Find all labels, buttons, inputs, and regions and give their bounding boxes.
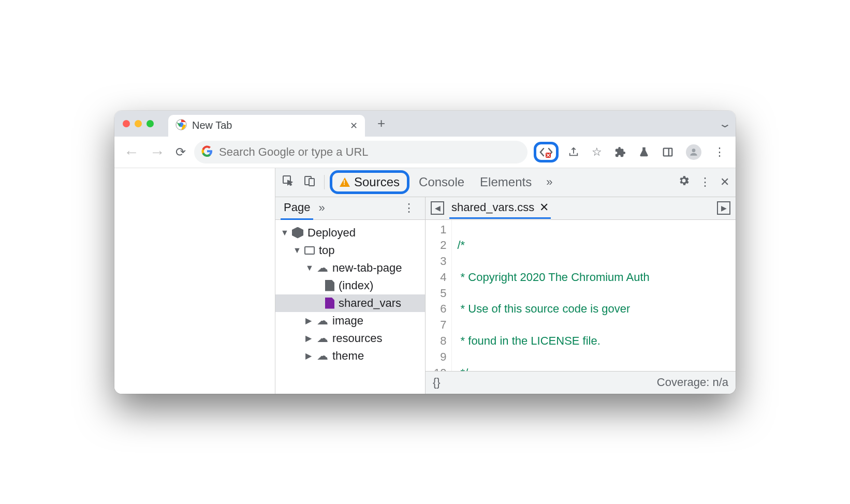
address-input[interactable] [219, 145, 520, 159]
inspect-element-icon[interactable] [279, 172, 297, 192]
tab-title: New Tab [192, 120, 232, 131]
browser-tab[interactable]: New Tab ✕ [168, 115, 365, 137]
close-file-icon[interactable]: ✕ [539, 201, 549, 214]
tree-item-index[interactable]: (index) [275, 277, 425, 294]
address-bar[interactable] [194, 141, 527, 164]
cloud-icon: ☁ [317, 314, 328, 328]
page-viewport [114, 168, 275, 394]
sources-tab-label: Sources [354, 175, 400, 189]
editor-tabs: ◀ shared_vars.css ✕ ▶ [426, 197, 736, 220]
tab-search-button[interactable]: ⌄ [718, 117, 732, 130]
new-tab-button[interactable]: + [377, 115, 385, 131]
elements-tab[interactable]: Elements [474, 171, 538, 194]
pretty-print-icon[interactable]: {} [433, 376, 441, 389]
editor-file-name: shared_vars.css [451, 201, 534, 214]
devtools-body: Page » ⋮ ▼Deployed ▼top ▼☁new-tab-page (… [275, 197, 736, 394]
navigator-menu-icon[interactable]: ⋮ [398, 201, 420, 215]
console-tab[interactable]: Console [413, 171, 471, 194]
navigator-panel: Page » ⋮ ▼Deployed ▼top ▼☁new-tab-page (… [275, 197, 426, 394]
file-icon [325, 298, 334, 309]
close-devtools-icon[interactable]: ✕ [717, 173, 732, 191]
devtools-error-indicator[interactable] [534, 142, 559, 162]
bookmark-icon[interactable]: ☆ [589, 145, 605, 159]
svg-point-5 [692, 149, 696, 152]
tree-item-theme[interactable]: ▶☁theme [275, 347, 425, 365]
share-icon[interactable] [565, 146, 582, 158]
tree-item-new-tab-page[interactable]: ▼☁new-tab-page [275, 259, 425, 277]
navigator-more-icon[interactable]: » [313, 201, 330, 215]
close-tab-icon[interactable]: ✕ [350, 120, 358, 131]
sources-tab[interactable]: Sources [330, 170, 409, 194]
file-tree: ▼Deployed ▼top ▼☁new-tab-page (index) sh… [275, 220, 425, 369]
editor-history-forward-icon[interactable]: ▶ [717, 201, 730, 215]
editor-panel: ◀ shared_vars.css ✕ ▶ 123 456 789 101112 [426, 197, 736, 394]
forward-button[interactable]: → [148, 144, 167, 160]
page-tab[interactable]: Page [281, 197, 313, 220]
file-icon [325, 280, 334, 291]
tree-item-image[interactable]: ▶☁image [275, 312, 425, 330]
browser-window: New Tab ✕ + ⌄ ← → ⟳ ☆ ⋮ [114, 111, 736, 394]
more-tabs-icon[interactable]: » [541, 175, 558, 189]
line-gutter: 123 456 789 101112 [426, 220, 452, 371]
svg-rect-3 [664, 148, 672, 156]
frame-icon [304, 246, 315, 255]
profile-avatar[interactable] [683, 144, 705, 160]
tree-item-shared-vars[interactable]: shared_vars [275, 294, 425, 312]
labs-icon[interactable] [635, 146, 653, 158]
maximize-window-button[interactable] [146, 120, 154, 127]
chrome-logo-icon [175, 119, 187, 132]
google-icon [201, 145, 213, 159]
editor-history-back-icon[interactable]: ◀ [431, 201, 444, 215]
editor-footer: {} Coverage: n/a [426, 371, 736, 394]
extensions-icon[interactable] [611, 146, 629, 158]
devtools-tab-bar: Sources Console Elements » ⋮ ✕ [275, 168, 736, 197]
cloud-icon: ☁ [317, 261, 328, 275]
code-editor[interactable]: 123 456 789 101112 /* * Copyright 2020 T… [426, 220, 736, 371]
window-controls [121, 120, 158, 127]
devtools-menu-icon[interactable]: ⋮ [696, 173, 714, 191]
editor-file-tab[interactable]: shared_vars.css ✕ [449, 198, 551, 219]
warning-icon [340, 177, 350, 187]
browser-toolbar: ← → ⟳ ☆ ⋮ [114, 137, 736, 168]
tree-item-deployed[interactable]: ▼Deployed [275, 224, 425, 242]
reload-button[interactable]: ⟳ [173, 145, 188, 159]
side-panel-icon[interactable] [659, 146, 677, 158]
navigator-tabs: Page » ⋮ [275, 197, 425, 220]
cloud-icon: ☁ [317, 349, 328, 363]
settings-icon[interactable] [675, 172, 693, 192]
close-window-button[interactable] [123, 120, 130, 127]
content-area: Sources Console Elements » ⋮ ✕ Page » ⋮ [114, 168, 736, 394]
back-button[interactable]: ← [122, 144, 141, 160]
cloud-icon: ☁ [317, 332, 328, 345]
separator [324, 175, 325, 189]
tab-strip: New Tab ✕ + ⌄ [114, 111, 736, 137]
tree-item-top[interactable]: ▼top [275, 242, 425, 259]
svg-rect-8 [309, 179, 314, 186]
tree-item-resources[interactable]: ▶☁resources [275, 330, 425, 347]
minimize-window-button[interactable] [135, 120, 142, 127]
devtools-panel: Sources Console Elements » ⋮ ✕ Page » ⋮ [275, 168, 736, 394]
coverage-status: Coverage: n/a [657, 376, 728, 389]
cube-icon [292, 227, 303, 239]
code-content: /* * Copyright 2020 The Chromium Auth * … [452, 220, 649, 371]
device-toolbar-icon[interactable] [300, 172, 319, 192]
chrome-menu-icon[interactable]: ⋮ [711, 145, 728, 159]
